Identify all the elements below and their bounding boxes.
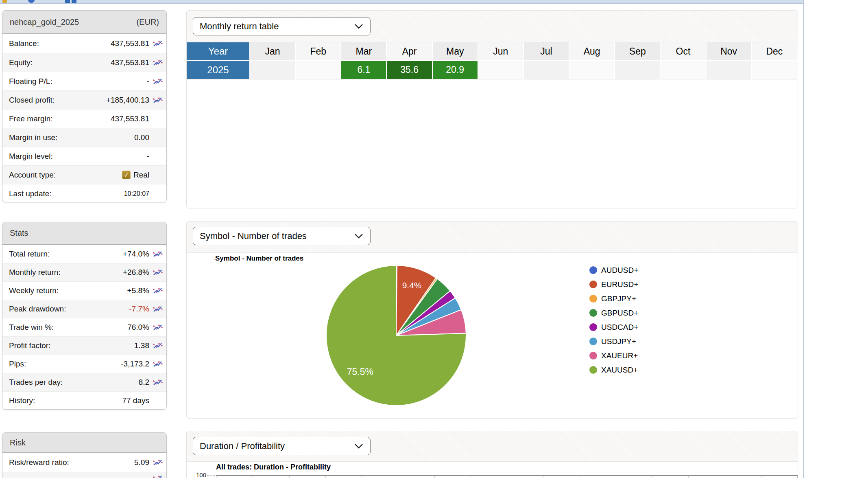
stat-label: Free margin: (9, 114, 53, 123)
table-cell-return: 6.1 (341, 61, 386, 79)
stat-label: Pips: (9, 360, 26, 368)
stat-row: Profit factor:1.38 (2, 336, 166, 355)
account-panel-header: nehcap_gold_2025 (EUR) (2, 11, 166, 34)
gridline (434, 476, 435, 478)
gridline (362, 476, 362, 478)
stat-row: Margin level:- (2, 147, 166, 165)
legend-item: USDCAD+ (589, 320, 638, 334)
table-cell-empty (660, 61, 706, 79)
chart-line-icon[interactable] (153, 78, 163, 85)
stat-label: Margin level: (9, 152, 53, 161)
star-icon[interactable] (2, 0, 7, 3)
legend-item: USDJPY+ (589, 334, 638, 349)
stat-row: Peak drawdown:-7.7% (2, 300, 166, 318)
chart-line-icon[interactable] (153, 59, 163, 66)
stat-row: Closed profit:+185,400.13 (2, 90, 166, 109)
chevron-down-icon (354, 233, 364, 239)
chart-line-icon[interactable] (153, 475, 163, 478)
stat-value: -7.7% (129, 305, 149, 314)
table-cell-empty (478, 61, 523, 79)
chart-line-icon[interactable] (153, 324, 163, 331)
legend-label: XAUEUR+ (601, 351, 638, 360)
gridline (580, 476, 580, 478)
stats-panel-header: Stats (2, 222, 166, 245)
page-right-border (803, 0, 804, 478)
view-selector-value: Monthly return table (200, 21, 279, 32)
stat-label: History: (9, 396, 35, 405)
chart-line-icon[interactable] (153, 459, 163, 466)
panel-toolbar-strip: Monthly return table (187, 11, 798, 42)
table-header-month: Jun (478, 42, 523, 61)
stat-row: Pips:-3,173.2 (2, 355, 166, 373)
pie-chart-title: Symbol - Number of trades (215, 254, 303, 263)
stat-value: +74.0% (123, 250, 149, 259)
table-cell-empty (615, 61, 660, 79)
table-cell-empty (706, 61, 752, 79)
view-selector-monthly[interactable]: Monthly return table (193, 17, 371, 35)
table-header-month: Jul (523, 42, 569, 61)
gridline (616, 476, 616, 478)
gridline (652, 476, 652, 478)
pie-chart: 9.4%75.5% (322, 261, 470, 410)
stat-row: Free margin:437,553.81 (2, 109, 166, 128)
stat-row: Last update:10:20:07 (2, 184, 166, 202)
stat-label: Profit factor: (9, 341, 50, 350)
stat-value: 5.09 (134, 458, 149, 467)
stat-value: 0.00 (134, 133, 149, 142)
chart-line-icon[interactable] (153, 305, 163, 313)
table-header-month: Dec (752, 42, 797, 61)
gridline (507, 476, 507, 478)
stats-panel-title: Stats (10, 228, 28, 238)
table-header-month: Apr (386, 42, 432, 61)
chart-line-icon[interactable] (153, 287, 163, 294)
chart-line-icon[interactable] (153, 379, 163, 386)
chart-line-icon[interactable] (153, 342, 163, 349)
stat-value: - (147, 152, 149, 161)
stat-label: Total return: (9, 250, 50, 259)
stat-row: Monthly return:+26.8% (2, 263, 166, 281)
legend-item: GBPUSD+ (589, 306, 638, 320)
stat-label: Trade win %: (9, 323, 54, 332)
chart-line-icon[interactable] (153, 360, 163, 368)
pie-legend: AUDUSD+EURUSD+GBPJPY+GBPUSD+USDCAD+USDJP… (589, 263, 638, 377)
globe-icon[interactable] (28, 0, 35, 3)
stat-label: Balance: (9, 39, 39, 48)
view-selector-duration[interactable]: Duration / Profitability (193, 437, 371, 455)
stat-value: ✓Real (122, 171, 149, 180)
risk-panel-title: Risk (10, 438, 26, 447)
risk-panel-header: Risk (2, 433, 166, 453)
legend-label: GBPJPY+ (601, 294, 636, 303)
stat-label: Margin in use: (9, 133, 57, 142)
view-selector-symbol[interactable]: Symbol - Number of trades (193, 227, 371, 245)
table-header-month: Jan (250, 42, 295, 61)
panel-toolbar-strip: Duration / Profitability (187, 431, 798, 462)
table-header-month: May (432, 42, 478, 61)
table-cell-return: 20.9 (432, 61, 478, 79)
y-axis-tick-label: 100 (187, 471, 206, 478)
window-icon[interactable] (72, 0, 76, 3)
chart-line-icon[interactable] (153, 96, 163, 104)
stat-value: 10:20:07 (124, 190, 149, 197)
pie-slice-label: 9.4% (402, 281, 422, 290)
table-cell-empty (569, 61, 615, 79)
gridline (543, 476, 543, 478)
stat-row: Trade win %:76.0% (2, 318, 166, 336)
window-icon[interactable] (65, 0, 70, 3)
legend-label: USDCAD+ (601, 323, 638, 332)
y-gridline-dots (207, 475, 215, 476)
stat-row: Trades per day:8.2 (2, 373, 166, 391)
monthly-return-table: YearJanFebMarAprMayJunJulAugSepOctNovDec… (187, 42, 798, 79)
chart-line-icon[interactable] (153, 40, 163, 47)
stat-label: Monthly return: (9, 268, 61, 277)
account-currency: (EUR) (136, 18, 159, 27)
account-name: nehcap_gold_2025 (10, 18, 79, 27)
chart-line-icon[interactable] (153, 250, 163, 258)
chart-line-icon[interactable] (153, 269, 163, 276)
table-cell-empty (752, 61, 797, 79)
table-header-month: Aug (569, 42, 615, 61)
legend-label: USDJPY+ (601, 337, 636, 346)
stat-value: +26.8% (123, 268, 149, 277)
table-header-month: Oct (660, 42, 706, 61)
stat-label: Floating P/L: (9, 77, 52, 86)
gridline (471, 476, 471, 478)
